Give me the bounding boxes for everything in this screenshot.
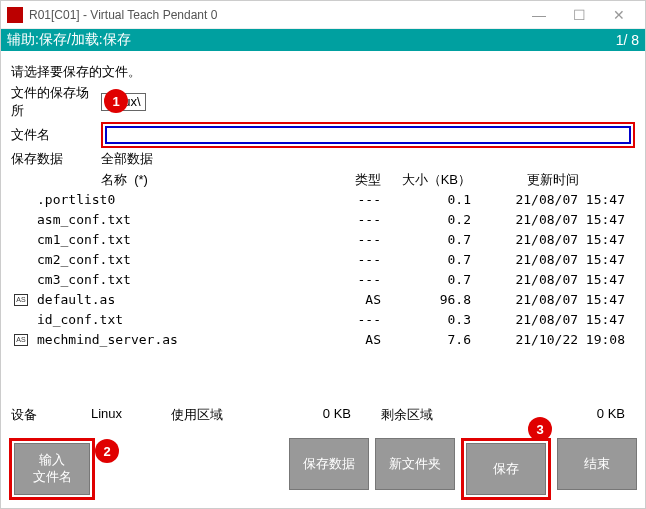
end-button[interactable]: 结束 xyxy=(557,438,637,490)
input-filename-button[interactable]: 输入 文件名 xyxy=(14,443,90,495)
file-size: 0.2 xyxy=(381,212,471,227)
breadcrumb-bar: 辅助:保存/加载:保存 1/ 8 xyxy=(1,29,645,51)
savedata-row: 保存数据 全部数据 xyxy=(11,150,635,168)
free-label: 剩余区域 xyxy=(351,406,461,424)
file-row[interactable]: id_conf.txt---0.321/08/07 15:47 xyxy=(11,309,635,329)
used-value: 0 KB xyxy=(281,406,351,424)
minimize-button[interactable]: — xyxy=(519,3,559,27)
file-row[interactable]: cm2_conf.txt---0.721/08/07 15:47 xyxy=(11,249,635,269)
file-row[interactable]: ASmechmind_server.asAS7.621/10/22 19:08 xyxy=(11,329,635,349)
file-type: --- xyxy=(321,272,381,287)
input-filename-highlight: 输入 文件名 xyxy=(9,438,95,500)
file-name: cm1_conf.txt xyxy=(31,232,321,247)
save-highlight: 保存 xyxy=(461,438,551,500)
filename-highlight xyxy=(101,122,635,148)
close-button[interactable]: ✕ xyxy=(599,3,639,27)
file-type-icon: AS xyxy=(11,293,31,306)
savedata-value: 全部数据 xyxy=(101,150,635,168)
maximize-button[interactable]: ☐ xyxy=(559,3,599,27)
file-row[interactable]: .portlist0---0.121/08/07 15:47 xyxy=(11,189,635,209)
col-size: 大小（KB） xyxy=(381,171,471,189)
app-icon xyxy=(7,7,23,23)
file-row[interactable]: cm1_conf.txt---0.721/08/07 15:47 xyxy=(11,229,635,249)
file-name: cm2_conf.txt xyxy=(31,252,321,267)
device-value: Linux xyxy=(91,406,171,424)
prompt-text: 请选择要保存的文件。 xyxy=(11,63,635,81)
file-type: --- xyxy=(321,212,381,227)
column-headers: 名称 (*) 类型 大小（KB） 更新时间 xyxy=(11,171,635,189)
file-name: .portlist0 xyxy=(31,192,321,207)
callout-3: 3 xyxy=(528,417,552,441)
save-data-button[interactable]: 保存数据 xyxy=(289,438,369,490)
file-row[interactable]: ASdefault.asAS96.821/08/07 15:47 xyxy=(11,289,635,309)
file-size: 0.3 xyxy=(381,312,471,327)
file-date: 21/10/22 19:08 xyxy=(471,332,635,347)
file-size: 0.7 xyxy=(381,252,471,267)
col-star: (*) xyxy=(134,172,148,187)
file-name: default.as xyxy=(31,292,321,307)
device-label: 设备 xyxy=(11,406,91,424)
save-button[interactable]: 保存 xyxy=(466,443,546,495)
file-name: asm_conf.txt xyxy=(31,212,321,227)
file-date: 21/08/07 15:47 xyxy=(471,252,635,267)
content-area: 请选择要保存的文件。 文件的保存场所 Linux\ 文件名 保存数据 全部数据 … xyxy=(1,51,645,432)
filename-label: 文件名 xyxy=(11,126,101,144)
col-date: 更新时间 xyxy=(471,171,635,189)
file-size: 0.7 xyxy=(381,232,471,247)
location-label: 文件的保存场所 xyxy=(11,84,101,120)
file-size: 0.1 xyxy=(381,192,471,207)
spacer xyxy=(101,438,283,500)
col-name: 名称 xyxy=(101,172,127,187)
new-folder-button[interactable]: 新文件夹 xyxy=(375,438,455,490)
file-row[interactable]: cm3_conf.txt---0.721/08/07 15:47 xyxy=(11,269,635,289)
file-type: AS xyxy=(321,292,381,307)
file-size: 7.6 xyxy=(381,332,471,347)
window-title: R01[C01] - Virtual Teach Pendant 0 xyxy=(29,8,519,22)
file-date: 21/08/07 15:47 xyxy=(471,192,635,207)
file-type: --- xyxy=(321,192,381,207)
file-type: --- xyxy=(321,232,381,247)
callout-1: 1 xyxy=(104,89,128,113)
file-type-icon: AS xyxy=(11,333,31,346)
used-label: 使用区域 xyxy=(171,406,281,424)
callout-2: 2 xyxy=(95,439,119,463)
window: R01[C01] - Virtual Teach Pendant 0 — ☐ ✕… xyxy=(0,0,646,509)
file-name: mechmind_server.as xyxy=(31,332,321,347)
col-type: 类型 xyxy=(321,171,381,189)
file-size: 0.7 xyxy=(381,272,471,287)
file-name: cm3_conf.txt xyxy=(31,272,321,287)
page-indicator: 1/ 8 xyxy=(616,32,639,48)
breadcrumb: 辅助:保存/加载:保存 xyxy=(7,31,616,49)
file-type: --- xyxy=(321,312,381,327)
file-date: 21/08/07 15:47 xyxy=(471,292,635,307)
savedata-label: 保存数据 xyxy=(11,150,101,168)
file-name: id_conf.txt xyxy=(31,312,321,327)
file-row[interactable]: asm_conf.txt---0.221/08/07 15:47 xyxy=(11,209,635,229)
file-list: .portlist0---0.121/08/07 15:47asm_conf.t… xyxy=(11,189,635,392)
file-date: 21/08/07 15:47 xyxy=(471,212,635,227)
file-date: 21/08/07 15:47 xyxy=(471,312,635,327)
file-type: AS xyxy=(321,332,381,347)
filename-row: 文件名 xyxy=(11,122,635,148)
file-date: 21/08/07 15:47 xyxy=(471,272,635,287)
filename-input[interactable] xyxy=(105,126,631,144)
titlebar: R01[C01] - Virtual Teach Pendant 0 — ☐ ✕ xyxy=(1,1,645,29)
file-date: 21/08/07 15:47 xyxy=(471,232,635,247)
file-size: 96.8 xyxy=(381,292,471,307)
file-type: --- xyxy=(321,252,381,267)
